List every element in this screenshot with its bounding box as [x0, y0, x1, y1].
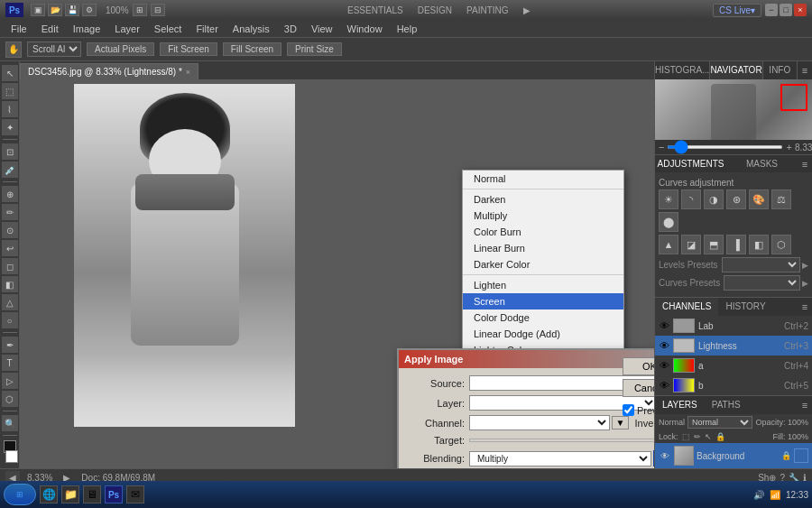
adjustments-tab[interactable]: ADJUSTMENTS [655, 155, 726, 172]
zoom-in-icon[interactable]: + [786, 142, 791, 152]
crop-tool[interactable]: ⊡ [2, 143, 18, 160]
eyedropper-tool[interactable]: 💉 [2, 162, 18, 178]
channel-a[interactable]: 👁 a Ctrl+4 [655, 356, 812, 375]
histogram-tab[interactable]: HISTOGRA... [655, 61, 710, 79]
fill-screen-btn[interactable]: Fill Screen [223, 42, 281, 56]
channel-dropdown-arrow[interactable]: ▼ [612, 416, 630, 429]
blur-tool[interactable]: △ [2, 294, 18, 310]
marquee-tool[interactable]: ⬚ [2, 83, 18, 99]
file-icon[interactable]: ▣ [31, 4, 45, 16]
speaker-icon[interactable]: 🔊 [753, 490, 764, 500]
channels-tab[interactable]: CHANNELS [655, 298, 718, 316]
scroll-select[interactable]: Scroll All Windows [27, 42, 81, 57]
save-icon[interactable]: 💾 [65, 4, 79, 16]
blend-lighten[interactable]: Lighten [463, 277, 623, 293]
blend-normal[interactable]: Normal [463, 171, 623, 187]
blend-multiply[interactable]: Multiply [463, 208, 623, 224]
masks-tab[interactable]: MASKS [726, 155, 798, 172]
menu-layer[interactable]: Layer [107, 22, 147, 36]
open-icon[interactable]: 📂 [48, 4, 62, 16]
design-label[interactable]: DESIGN [418, 5, 452, 15]
layers-menu-btn[interactable]: ≡ [798, 396, 812, 414]
exposure-icon[interactable]: ◑ [704, 189, 724, 209]
pen-tool[interactable]: ✒ [2, 337, 18, 353]
photo-filter-icon[interactable]: ⬤ [659, 212, 678, 232]
lock-position-icon[interactable]: ↖ [705, 432, 712, 441]
lock-pixels-icon[interactable]: ✏ [694, 432, 701, 441]
blend-linear-burn[interactable]: Linear Burn [463, 240, 623, 256]
brush-tool[interactable]: ✏ [2, 204, 18, 220]
channels-menu-btn[interactable]: ≡ [798, 298, 812, 316]
heal-tool[interactable]: ⊕ [2, 186, 18, 202]
path-tool[interactable]: ▷ [2, 373, 18, 389]
menu-3d[interactable]: 3D [277, 22, 304, 36]
eraser-tool[interactable]: ◻ [2, 258, 18, 274]
gradient-map-icon[interactable]: ◧ [749, 235, 769, 254]
curves-arrow-icon[interactable]: ▶ [802, 279, 808, 288]
history-tab[interactable]: HISTORY [718, 298, 772, 316]
ok-button[interactable]: OK [623, 357, 654, 375]
layer-eye-icon[interactable]: 👁 [659, 449, 671, 462]
zoom-tool[interactable]: 🔍 [2, 415, 18, 431]
menu-window[interactable]: Window [340, 22, 390, 36]
brightness-icon[interactable]: ☀ [659, 189, 678, 209]
background-color[interactable] [5, 450, 18, 463]
painting-label[interactable]: PAINTING [466, 5, 508, 15]
blend-color-burn[interactable]: Color Burn [463, 224, 623, 240]
menu-help[interactable]: Help [390, 22, 425, 36]
view-icon[interactable]: ⊞ [133, 4, 147, 16]
history-brush[interactable]: ↩ [2, 240, 18, 256]
menu-filter[interactable]: Filter [189, 22, 225, 36]
layout-icon[interactable]: ⊟ [151, 4, 165, 16]
network-icon[interactable]: 📶 [770, 490, 780, 500]
blend-darker-color[interactable]: Darker Color [463, 256, 623, 272]
vibrance-icon[interactable]: ⊛ [726, 189, 746, 209]
channel-lab[interactable]: 👁 Lab Ctrl+2 [655, 316, 812, 336]
layer-background[interactable]: 👁 Background 🔒 [655, 443, 812, 468]
start-button[interactable]: ⊞ [4, 484, 36, 505]
info-tab[interactable]: INFO [763, 61, 798, 79]
cs-live-btn[interactable]: CS Live▾ [713, 4, 761, 17]
tab-close-btn[interactable]: × [186, 68, 190, 77]
menu-view[interactable]: View [304, 22, 340, 36]
adj-menu-btn[interactable]: ≡ [798, 155, 812, 172]
move-tool[interactable]: ↖ [2, 65, 18, 81]
essentials-label[interactable]: ESSENTIALS [347, 5, 403, 15]
hand-tool[interactable]: ✋ [5, 42, 22, 58]
fit-screen-btn[interactable]: Fit Screen [160, 42, 217, 56]
channel-select[interactable] [469, 415, 610, 430]
hue-sat-icon[interactable]: 🎨 [749, 189, 769, 209]
text-tool[interactable]: T [2, 355, 18, 371]
levels-presets-select[interactable] [722, 257, 800, 272]
canvas-tab[interactable]: DSC3456.jpg @ 8.33% (Lightness/8) * × [20, 63, 198, 79]
menu-image[interactable]: Image [66, 22, 108, 36]
shape-tool[interactable]: ⬡ [2, 391, 18, 407]
wand-tool[interactable]: ✦ [2, 119, 18, 135]
curves-presets-select[interactable] [724, 275, 800, 291]
threshold-icon[interactable]: ▐ [726, 235, 746, 254]
navigator-tab[interactable]: NAVIGATOR [710, 61, 762, 79]
blending-dropdown-arrow[interactable]: ▼ [653, 450, 654, 466]
maximize-button[interactable]: □ [780, 4, 792, 16]
menu-file[interactable]: File [4, 22, 34, 36]
blend-color-dodge[interactable]: Color Dodge [463, 309, 623, 326]
channel-lightness[interactable]: 👁 Lightness Ctrl+3 [655, 336, 812, 356]
posterize-icon[interactable]: ⬒ [704, 235, 724, 254]
panel-menu-btn[interactable]: ≡ [798, 61, 812, 79]
color-balance-icon[interactable]: ⚖ [771, 189, 791, 209]
settings-icon[interactable]: ⚙ [82, 4, 97, 16]
taskbar-ps[interactable]: Ps [105, 485, 123, 503]
levels-icon[interactable]: ▲ [659, 235, 678, 254]
levels-arrow-icon[interactable]: ▶ [802, 261, 808, 270]
channel-b[interactable]: 👁 b Ctrl+5 [655, 375, 812, 395]
cancel-button[interactable]: Cancel [623, 379, 654, 397]
menu-select[interactable]: Select [147, 22, 189, 36]
taskbar-explorer[interactable]: 📁 [61, 485, 79, 503]
curves-icon[interactable]: ◝ [681, 189, 701, 209]
gradient-tool[interactable]: ◧ [2, 276, 18, 292]
taskbar-browser[interactable]: 🌐 [40, 485, 58, 503]
blending-select[interactable]: Multiply [469, 451, 651, 466]
taskbar-app3[interactable]: 🖥 [83, 485, 101, 503]
dodge-tool[interactable]: ○ [2, 312, 18, 328]
blend-linear-dodge[interactable]: Linear Dodge (Add) [463, 326, 623, 342]
